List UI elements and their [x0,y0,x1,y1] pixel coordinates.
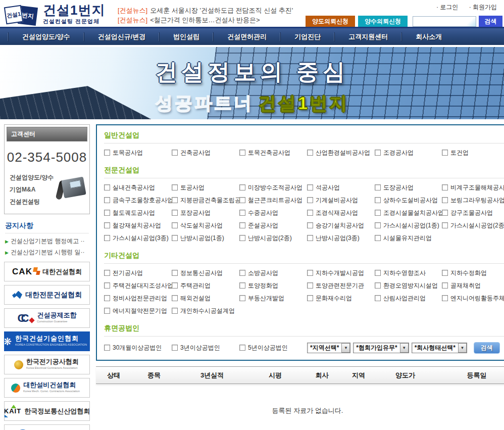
filter-checkbox[interactable]: 수중공사업 [239,209,307,217]
checkbox-icon[interactable] [442,282,448,289]
filter-checkbox[interactable]: 지하수영향조사 [375,269,442,277]
news-item[interactable]: [건설뉴스]<철근가격 인하통보…건설사 반응은> [118,15,293,25]
filter-checkbox[interactable]: 토목건축공사업 [239,149,307,157]
checkbox-icon[interactable] [104,345,110,351]
checkbox-icon[interactable] [442,295,448,301]
filter-checkbox[interactable]: 실내건축공사업 [104,183,172,192]
filter-checkbox[interactable]: 개인하수시공설계업 [172,307,239,315]
checkbox-icon[interactable] [172,210,178,216]
checkbox-icon[interactable] [375,270,381,276]
checkbox-icon[interactable] [375,184,381,190]
filter-checkbox[interactable]: 정비사업전문관리업 [104,294,172,303]
filter-checkbox[interactable]: 환경오염방지시설업 [375,281,442,290]
checkbox-icon[interactable] [307,197,313,203]
checkbox-icon[interactable] [239,235,245,241]
filter-checkbox[interactable]: 토공사업 [172,183,239,192]
checkbox-icon[interactable] [104,270,110,276]
partner-kcea[interactable]: ❋ 한국건설기술인협회 KOREA CONSTRUCTION ENGINEERS… [4,331,90,351]
checkbox-icon[interactable] [375,197,381,203]
checkbox-icon[interactable] [172,184,178,190]
filter-checkbox[interactable]: 엔지니어링활동주체 [442,294,504,303]
checkbox-icon[interactable] [239,184,245,190]
checkbox-icon[interactable] [104,150,110,156]
signup-link[interactable]: · 회원가입 [469,4,497,11]
checkbox-icon[interactable] [307,184,313,190]
checkbox-icon[interactable] [442,197,448,203]
checkbox-icon[interactable] [172,270,178,276]
filter-checkbox[interactable]: 보링그라우팅공사업 [442,196,504,205]
filter-checkbox[interactable]: 부동산개발업 [239,294,307,303]
filter-checkbox[interactable]: 조경식재공사업 [307,209,375,217]
filter-checkbox[interactable]: 토건업 [442,149,504,157]
transfer-request-button[interactable]: 양도의뢰신청 [306,16,355,27]
partner-keca[interactable]: 한국전기공사협회 Korea Electrical Contractors As… [4,355,90,374]
checkbox-icon[interactable] [104,184,110,190]
filter-select[interactable]: *회사형태선택* ▼ [412,343,467,353]
checkbox-icon[interactable] [239,295,245,301]
checkbox-icon[interactable] [239,345,245,351]
checkbox-icon[interactable] [172,282,178,289]
filter-select[interactable]: *지역선택* ▼ [307,343,350,353]
filter-checkbox[interactable]: 준설공사업 [239,221,307,230]
partner-cg[interactable]: CC 건설공제조합 Construction Guarantee [4,308,90,328]
partner-moct[interactable]: 건설교통부 [4,424,90,430]
checkbox-icon[interactable] [172,197,178,203]
filter-checkbox[interactable]: 문화재수리업 [307,294,375,303]
filter-checkbox[interactable]: 토목공사업 [104,149,172,157]
filter-checkbox[interactable]: 지하수개발시공업 [307,269,375,277]
checkbox-icon[interactable] [442,210,448,216]
nav-item[interactable]: 기업진단 [280,32,334,41]
checkbox-icon[interactable] [104,295,110,301]
chevron-down-icon[interactable]: ▼ [400,343,409,353]
filter-checkbox[interactable]: 삭도설치공사업 [172,221,239,230]
filter-checkbox[interactable]: 석공사업 [307,183,375,192]
filter-checkbox[interactable]: 산림사업관리업 [375,294,442,303]
checkbox-icon[interactable] [307,222,313,228]
checkbox-icon[interactable] [104,222,110,228]
checkbox-icon[interactable] [239,210,245,216]
checkbox-icon[interactable] [375,150,381,156]
filter-checkbox[interactable]: 토양관련전문기관 [307,281,375,290]
filter-checkbox[interactable]: 조경공사업 [375,149,442,157]
checkbox-icon[interactable] [239,270,245,276]
checkbox-icon[interactable] [172,308,178,314]
filter-checkbox[interactable]: 상하수도설비공사업 [375,196,442,205]
checkbox-icon[interactable] [442,150,448,156]
nav-item[interactable]: 건설면허관리 [213,32,280,41]
checkbox-icon[interactable] [307,150,313,156]
filter-checkbox[interactable]: 금속구조물창호공사업 [104,196,172,205]
checkbox-icon[interactable] [442,184,448,190]
checkbox-icon[interactable] [172,345,178,351]
filter-checkbox[interactable]: 시설물유지관리업 [375,234,442,243]
checkbox-icon[interactable] [104,210,110,216]
filter-checkbox[interactable]: 골재채취업 [442,281,504,290]
login-link[interactable]: · 로그인 [436,4,458,11]
checkbox-icon[interactable] [239,150,245,156]
partner-kosca[interactable]: 대한전문건설협회 [4,285,90,305]
filter-checkbox[interactable]: 지붕판금건축물조립공 [172,196,239,205]
checkbox-icon[interactable] [239,197,245,203]
nav-item[interactable]: 회사소개 [401,32,456,41]
filter-checkbox[interactable]: 가스시설시공업(3종) [104,234,172,243]
filter-checkbox[interactable]: 조경시설물설치공사업 [375,209,442,217]
filter-checkbox[interactable]: 철강재설치공사업 [104,221,172,230]
checkbox-icon[interactable] [375,210,381,216]
checkbox-icon[interactable] [239,222,245,228]
checkbox-icon[interactable] [172,235,178,241]
nav-item[interactable]: 법인설립 [159,32,213,41]
chevron-down-icon[interactable]: ▼ [341,343,350,353]
news-item[interactable]: [건설뉴스]오세훈 서울시장 '건설하도급 전담조직 신설 추진' [118,6,293,15]
filter-checkbox[interactable]: 에너지절약전문기업 [104,307,172,315]
header-search-input[interactable] [413,16,476,27]
filter-checkbox[interactable]: 미장방수조적공사업 [239,183,307,192]
filter-checkbox[interactable]: 철근콘크리트공사업 [239,196,307,205]
checkbox-icon[interactable] [375,295,381,301]
checkbox-icon[interactable] [104,235,110,241]
checkbox-icon[interactable] [307,295,313,301]
filter-checkbox[interactable]: 주택건설대지조성사업 [104,281,172,290]
checkbox-icon[interactable] [307,282,313,289]
checkbox-icon[interactable] [375,282,381,289]
partner-kmcca[interactable]: 대한설비건설협회 Korea Mech. Const. Contractors … [4,378,90,398]
filter-checkbox[interactable]: 5년이상공법인 [239,344,307,352]
nav-item[interactable]: 건설업양도/양수 [8,32,84,41]
